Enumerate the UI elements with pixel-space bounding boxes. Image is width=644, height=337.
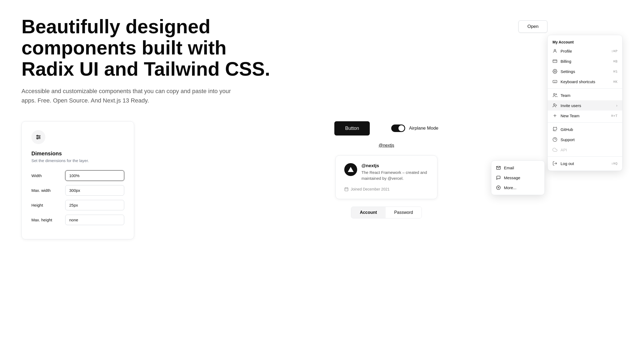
settings-icon <box>552 69 557 74</box>
profile-card-header: @nextjs The React Framework – created an… <box>344 163 429 182</box>
avatar-triangle-icon <box>348 167 354 172</box>
menu-item-profile-shortcut: ⇧⌘P <box>611 49 617 53</box>
field-label-width: Width <box>31 173 61 178</box>
menu-item-invite-label: Invite users <box>561 103 613 108</box>
menu-item-team[interactable]: Team <box>548 90 622 100</box>
menu-item-support[interactable]: Support <box>548 134 622 145</box>
svg-point-5 <box>37 138 38 139</box>
toggle-thumb <box>398 125 404 131</box>
svg-rect-11 <box>553 60 557 63</box>
menu-divider-3 <box>548 156 622 157</box>
menu-item-logout-shortcut: ⇧⌘Q <box>611 162 617 166</box>
menu-item-profile-label: Profile <box>561 49 608 53</box>
airplane-mode-toggle[interactable] <box>391 124 405 132</box>
menu-item-github[interactable]: GitHub <box>548 124 622 134</box>
submenu-more[interactable]: More... <box>491 183 544 193</box>
profile-date: Joined December 2021 <box>344 187 429 191</box>
cloud-icon <box>552 147 557 152</box>
user-icon <box>552 49 557 53</box>
calendar-icon <box>344 187 349 191</box>
menu-item-api-label: API <box>561 148 617 152</box>
menu-item-api: API <box>548 145 622 155</box>
profile-handle: @nextjs <box>361 163 429 169</box>
menu-divider-2 <box>548 122 622 123</box>
maxheight-input[interactable] <box>65 215 124 225</box>
hero-title: Beautifully designed components built wi… <box>21 16 276 80</box>
menu-item-logout[interactable]: Log out ⇧⌘Q <box>548 158 622 169</box>
tabs-row: Account Password <box>351 207 422 218</box>
menu-item-github-label: GitHub <box>561 127 617 132</box>
svg-point-3 <box>37 135 38 136</box>
menu-item-billing[interactable]: Billing ⌘B <box>548 56 622 66</box>
svg-point-10 <box>554 49 556 51</box>
menu-item-new-team[interactable]: New Team ⌘+T <box>548 111 622 121</box>
user-plus-icon <box>552 103 557 108</box>
message-icon <box>496 175 501 180</box>
maxwidth-input[interactable] <box>65 185 124 196</box>
height-input[interactable] <box>65 200 124 210</box>
dimensions-card: Dimensions Set the dimensions for the la… <box>21 121 134 239</box>
menu-item-billing-shortcut: ⌘B <box>613 59 617 63</box>
joined-date: Joined December 2021 <box>351 187 390 191</box>
sliders-icon <box>35 134 41 140</box>
users-icon <box>552 93 557 98</box>
primary-button[interactable]: Button <box>334 121 370 135</box>
plus-circle-icon <box>496 185 501 190</box>
field-label-height: Height <box>31 203 61 207</box>
tab-account[interactable]: Account <box>351 207 386 218</box>
card-subtitle: Set the dimensions for the layer. <box>31 158 124 163</box>
field-row-maxwidth: Max. width <box>31 185 124 196</box>
filter-icon-button[interactable] <box>31 130 45 144</box>
field-label-maxwidth: Max. width <box>31 188 61 193</box>
menu-item-new-team-shortcut: ⌘+T <box>611 114 617 118</box>
toggle-label: Airplane Mode <box>409 126 438 131</box>
svg-point-4 <box>39 137 40 138</box>
menu-item-logout-label: Log out <box>561 161 608 166</box>
svg-point-16 <box>556 94 557 95</box>
menu-divider-1 <box>548 88 622 89</box>
menu-item-keyboard-shortcut: ⌘K <box>613 80 617 84</box>
submenu-message-label: Message <box>504 175 520 180</box>
github-icon <box>552 127 557 132</box>
menu-item-support-label: Support <box>561 137 617 142</box>
submenu-more-label: More... <box>504 185 517 190</box>
logout-icon <box>552 161 557 166</box>
menu-item-keyboard[interactable]: Keyboard shortcuts ⌘K <box>548 76 622 87</box>
menu-section-label: My Account <box>548 37 622 46</box>
field-label-maxheight: Max. height <box>31 218 61 222</box>
menu-item-keyboard-label: Keyboard shortcuts <box>561 79 610 84</box>
hero-subtitle: Accessible and customizable components t… <box>21 86 241 105</box>
invite-submenu: Email Message More... <box>491 160 545 195</box>
field-row-height: Height <box>31 200 124 210</box>
svg-rect-6 <box>345 188 348 191</box>
menu-item-settings-label: Settings <box>561 69 610 74</box>
submenu-message[interactable]: Message <box>491 173 544 183</box>
field-row-maxheight: Max. height <box>31 215 124 225</box>
open-button[interactable]: Open <box>518 20 547 33</box>
submenu-email[interactable]: Email <box>491 163 544 173</box>
dropdown-menu: My Account Profile ⇧⌘P Billing ⌘B Settin… <box>547 35 623 171</box>
menu-item-profile[interactable]: Profile ⇧⌘P <box>548 46 622 56</box>
svg-point-17 <box>554 104 555 105</box>
menu-item-settings-shortcut: ⌘S <box>613 69 617 74</box>
menu-item-team-label: Team <box>561 93 617 98</box>
avatar <box>344 163 357 176</box>
svg-rect-14 <box>553 80 557 83</box>
field-row-width: Width <box>31 170 124 181</box>
card-title: Dimensions <box>31 151 124 157</box>
mail-icon <box>496 166 501 170</box>
menu-item-invite[interactable]: Invite users › <box>548 100 622 111</box>
profile-description: The React Framework – created and mainta… <box>361 170 429 182</box>
plus-icon <box>552 113 557 118</box>
credit-card-icon <box>552 59 557 64</box>
tab-password[interactable]: Password <box>386 207 422 218</box>
menu-item-settings[interactable]: Settings ⌘S <box>548 66 622 76</box>
width-input[interactable] <box>65 170 124 181</box>
svg-point-15 <box>554 93 555 95</box>
toggle-row: Airplane Mode <box>391 124 438 132</box>
help-circle-icon <box>552 137 557 142</box>
chevron-right-icon: › <box>616 103 617 108</box>
profile-link[interactable]: @nextjs <box>379 143 394 148</box>
menu-item-billing-label: Billing <box>561 59 610 64</box>
profile-info: @nextjs The React Framework – created an… <box>361 163 429 182</box>
